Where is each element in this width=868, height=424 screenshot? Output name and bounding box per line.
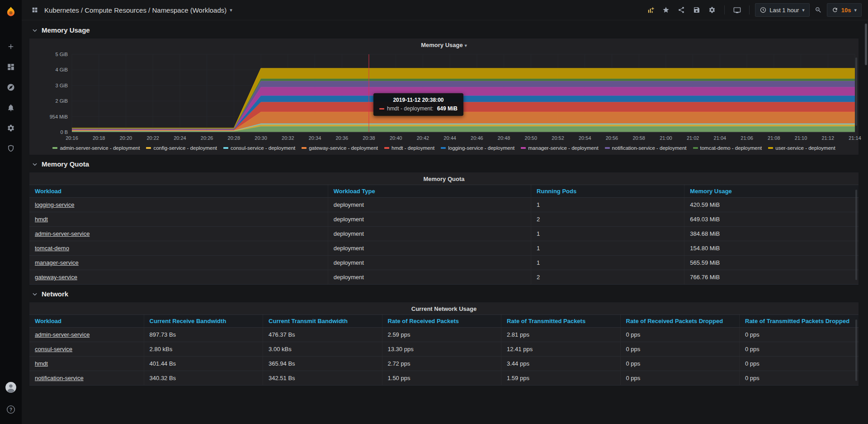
page-scrollbar[interactable] [865, 24, 867, 65]
workload-link[interactable]: admin-server-service [35, 230, 90, 237]
table-cell: 565.59 MiB [684, 256, 859, 270]
sidebar-item-dashboards[interactable] [0, 57, 22, 77]
sidebar-item-configuration[interactable] [0, 118, 22, 138]
legend-item[interactable]: tomcat-demo - deployment [693, 145, 762, 151]
workload-link[interactable]: notification-service [35, 375, 84, 381]
column-header[interactable]: Workload Type [328, 185, 531, 198]
table-cell: 1.59 pps [501, 371, 620, 386]
help-button[interactable]: ? [0, 399, 22, 419]
section-header-memory-usage[interactable]: Memory Usage [29, 21, 859, 38]
cycle-view-button[interactable] [730, 3, 744, 17]
user-avatar-button[interactable] [0, 377, 22, 397]
table-cell: 0 pps [620, 371, 739, 386]
legend-color-marker [521, 147, 526, 149]
table-cell: 2.80 kBs [144, 342, 263, 357]
legend-item[interactable]: config-service - deployment [146, 145, 217, 151]
refresh-picker[interactable]: 10s ▾ [827, 3, 862, 17]
legend-item[interactable]: hmdt - deployment [384, 145, 434, 151]
bell-icon [7, 104, 15, 112]
legend-item[interactable]: notification-service - deployment [605, 145, 687, 151]
table-cell: 0 pps [620, 357, 739, 371]
table-cell: 340.32 Bs [144, 371, 263, 386]
workload-link[interactable]: hmdt [35, 216, 48, 223]
column-header[interactable]: Current Transmit Bandwidth [263, 315, 382, 328]
table-header-row: WorkloadCurrent Receive BandwidthCurrent… [29, 315, 859, 328]
legend-item[interactable]: consul-service - deployment [223, 145, 295, 151]
table-cell: deployment [328, 212, 531, 227]
table-cell: 0 pps [740, 342, 859, 357]
gear-icon [7, 124, 15, 132]
tv-monitor-icon [733, 6, 741, 14]
workload-cell: tomcat-demo [29, 241, 328, 256]
grafana-logo[interactable] [0, 0, 22, 24]
table-cell: 1 [531, 227, 684, 241]
memory-quota-panel-title[interactable]: Memory Quota [29, 172, 859, 185]
column-header[interactable]: Rate of Received Packets Dropped [620, 315, 739, 328]
panel-title-text: Memory Usage [421, 42, 462, 48]
add-panel-button[interactable] [644, 3, 657, 17]
legend-item[interactable]: admin-server-service - deployment [52, 145, 140, 151]
workload-link[interactable]: consul-service [35, 346, 72, 353]
caret-down-icon: ▾ [802, 8, 805, 13]
sidebar-item-create[interactable] [0, 36, 22, 57]
column-header[interactable]: Rate of Transmitted Packets [501, 315, 620, 328]
svg-text:20:58: 20:58 [632, 135, 645, 141]
workload-link[interactable]: logging-service [35, 201, 74, 208]
column-header[interactable]: Memory Usage [684, 185, 859, 198]
sidebar-item-explore[interactable] [0, 77, 22, 97]
workload-link[interactable]: hmdt [35, 360, 48, 367]
network-panel-title[interactable]: Current Network Usage [29, 302, 859, 314]
legend-item[interactable]: manager-service - deployment [521, 145, 598, 151]
workload-link[interactable]: gateway-service [35, 274, 77, 281]
svg-text:21:10: 21:10 [795, 135, 807, 141]
column-header[interactable]: Rate of Received Packets [382, 315, 501, 328]
legend-color-marker [52, 147, 57, 149]
memory-usage-panel: Memory Usage▾ 0 B954 MiB2 GiB3 GiB4 GiB5… [29, 38, 859, 155]
tooltip-timestamp: 2019-11-12 20:38:00 [379, 97, 458, 103]
refresh-icon [832, 7, 838, 13]
panel-scrollbar[interactable] [855, 57, 857, 126]
table-cell: 0 pps [620, 342, 739, 357]
column-header[interactable]: Workload [29, 185, 328, 198]
svg-text:21:12: 21:12 [822, 135, 835, 141]
svg-text:954 MiB: 954 MiB [50, 114, 68, 119]
zoom-out-time-button[interactable] [811, 3, 825, 17]
dashboard-picker-button[interactable] [28, 3, 42, 17]
dashboard-title-dropdown[interactable]: Kubernetes / Compute Resources / Namespa… [44, 6, 232, 14]
legend-item[interactable]: user-service - deployment [768, 145, 835, 151]
section-header-network[interactable]: Network [29, 285, 859, 302]
sidebar-item-alerting[interactable] [0, 97, 22, 118]
column-header[interactable]: Rate of Transmitted Packets Dropped [740, 315, 859, 328]
svg-text:20:22: 20:22 [146, 135, 159, 141]
legend-item[interactable]: gateway-service - deployment [302, 145, 378, 151]
memory-usage-chart-area[interactable]: 0 B954 MiB2 GiB3 GiB4 GiB5 GiB20:1620:18… [29, 51, 859, 144]
chevron-down-icon [32, 291, 38, 297]
share-dashboard-button[interactable] [675, 3, 688, 17]
workload-link[interactable]: manager-service [35, 259, 79, 266]
legend-item[interactable]: logging-service - deployment [441, 145, 514, 151]
memory-quota-table: WorkloadWorkload TypeRunning PodsMemory … [29, 185, 859, 285]
section-title: Network [42, 290, 68, 298]
column-header[interactable]: Workload [29, 315, 144, 328]
column-header[interactable]: Current Receive Bandwidth [144, 315, 263, 328]
memory-quota-panel: Memory Quota WorkloadWorkload TypeRunnin… [29, 172, 859, 285]
apps-grid-icon [31, 6, 38, 14]
svg-text:20:24: 20:24 [174, 135, 186, 141]
memory-usage-panel-title[interactable]: Memory Usage▾ [29, 38, 859, 51]
table-header-row: WorkloadWorkload TypeRunning PodsMemory … [29, 185, 859, 198]
table-cell: 649.03 MiB [684, 212, 859, 227]
panel-scrollbar[interactable] [855, 190, 857, 280]
save-dashboard-button[interactable] [690, 3, 703, 17]
legend-label: user-service - deployment [775, 145, 835, 151]
workload-link[interactable]: admin-server-service [35, 331, 90, 338]
section-header-memory-quota[interactable]: Memory Quota [29, 155, 859, 172]
workload-cell: admin-server-service [29, 227, 328, 241]
panel-scrollbar[interactable] [855, 319, 857, 381]
time-range-picker[interactable]: Last 1 hour ▾ [755, 3, 810, 17]
table-cell: 401.44 Bs [144, 357, 263, 371]
sidebar-item-server-admin[interactable] [0, 138, 22, 158]
dashboard-settings-button[interactable] [705, 3, 719, 17]
column-header[interactable]: Running Pods [531, 185, 684, 198]
workload-link[interactable]: tomcat-demo [35, 245, 69, 252]
star-dashboard-button[interactable] [659, 3, 673, 17]
